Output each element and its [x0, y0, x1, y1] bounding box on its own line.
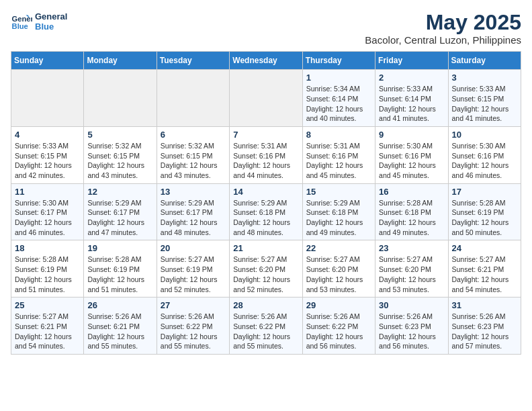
- calendar-cell: 24Sunrise: 5:27 AM Sunset: 6:21 PM Dayli…: [448, 240, 521, 298]
- day-number: 22: [306, 243, 371, 253]
- day-number: 15: [306, 187, 371, 197]
- calendar-cell: 12Sunrise: 5:29 AM Sunset: 6:17 PM Dayli…: [84, 183, 157, 240]
- calendar-cell: 21Sunrise: 5:27 AM Sunset: 6:20 PM Dayli…: [230, 240, 302, 298]
- day-number: 20: [161, 243, 226, 253]
- day-info: Sunrise: 5:31 AM Sunset: 6:16 PM Dayligh…: [306, 141, 371, 181]
- day-info: Sunrise: 5:29 AM Sunset: 6:18 PM Dayligh…: [233, 198, 298, 238]
- calendar-week-row: 11Sunrise: 5:30 AM Sunset: 6:17 PM Dayli…: [11, 183, 521, 240]
- day-number: 8: [306, 130, 371, 140]
- day-number: 14: [233, 187, 298, 197]
- day-info: Sunrise: 5:28 AM Sunset: 6:19 PM Dayligh…: [87, 255, 152, 294]
- day-info: Sunrise: 5:28 AM Sunset: 6:18 PM Dayligh…: [379, 198, 444, 238]
- header-sunday: Sunday: [11, 52, 84, 70]
- calendar-header-row: SundayMondayTuesdayWednesdayThursdayFrid…: [11, 52, 521, 70]
- day-info: Sunrise: 5:29 AM Sunset: 6:17 PM Dayligh…: [87, 198, 152, 238]
- calendar-cell: [11, 70, 84, 127]
- day-number: 19: [87, 243, 152, 253]
- calendar-cell: 26Sunrise: 5:26 AM Sunset: 6:21 PM Dayli…: [84, 298, 157, 355]
- day-number: 18: [15, 243, 80, 253]
- day-info: Sunrise: 5:27 AM Sunset: 6:19 PM Dayligh…: [161, 255, 226, 294]
- day-info: Sunrise: 5:29 AM Sunset: 6:18 PM Dayligh…: [306, 198, 371, 238]
- calendar-cell: 11Sunrise: 5:30 AM Sunset: 6:17 PM Dayli…: [11, 183, 84, 240]
- calendar-cell: 10Sunrise: 5:30 AM Sunset: 6:16 PM Dayli…: [448, 126, 521, 183]
- day-info: Sunrise: 5:27 AM Sunset: 6:20 PM Dayligh…: [306, 255, 371, 294]
- calendar-cell: 31Sunrise: 5:26 AM Sunset: 6:23 PM Dayli…: [448, 298, 521, 355]
- calendar-cell: 6Sunrise: 5:32 AM Sunset: 6:15 PM Daylig…: [157, 126, 229, 183]
- page-header: General Blue General Blue May 2025 Bacol…: [11, 11, 521, 46]
- day-number: 21: [233, 243, 298, 253]
- day-info: Sunrise: 5:34 AM Sunset: 6:14 PM Dayligh…: [306, 84, 371, 124]
- calendar-cell: 27Sunrise: 5:26 AM Sunset: 6:22 PM Dayli…: [157, 298, 229, 355]
- calendar-cell: 23Sunrise: 5:27 AM Sunset: 6:20 PM Dayli…: [375, 240, 448, 298]
- calendar-week-row: 25Sunrise: 5:27 AM Sunset: 6:21 PM Dayli…: [11, 298, 521, 355]
- calendar-cell: 20Sunrise: 5:27 AM Sunset: 6:19 PM Dayli…: [157, 240, 229, 298]
- day-info: Sunrise: 5:27 AM Sunset: 6:20 PM Dayligh…: [233, 255, 298, 294]
- calendar-cell: 18Sunrise: 5:28 AM Sunset: 6:19 PM Dayli…: [11, 240, 84, 298]
- day-info: Sunrise: 5:26 AM Sunset: 6:22 PM Dayligh…: [233, 312, 298, 351]
- calendar-cell: 5Sunrise: 5:32 AM Sunset: 6:15 PM Daylig…: [84, 126, 157, 183]
- day-number: 11: [15, 187, 80, 197]
- calendar-cell: 7Sunrise: 5:31 AM Sunset: 6:16 PM Daylig…: [230, 126, 302, 183]
- day-number: 4: [15, 130, 80, 140]
- header-friday: Friday: [375, 52, 448, 70]
- logo: General Blue General Blue: [11, 11, 67, 32]
- calendar-cell: 3Sunrise: 5:33 AM Sunset: 6:15 PM Daylig…: [448, 70, 521, 127]
- day-number: 6: [161, 130, 226, 140]
- header-thursday: Thursday: [302, 52, 375, 70]
- day-info: Sunrise: 5:28 AM Sunset: 6:19 PM Dayligh…: [15, 255, 80, 294]
- day-number: 9: [379, 130, 444, 140]
- day-info: Sunrise: 5:33 AM Sunset: 6:14 PM Dayligh…: [379, 84, 444, 124]
- calendar-week-row: 1Sunrise: 5:34 AM Sunset: 6:14 PM Daylig…: [11, 70, 521, 127]
- main-title: May 2025: [365, 11, 521, 34]
- day-info: Sunrise: 5:26 AM Sunset: 6:23 PM Dayligh…: [452, 312, 517, 351]
- day-number: 13: [161, 187, 226, 197]
- calendar-cell: 19Sunrise: 5:28 AM Sunset: 6:19 PM Dayli…: [84, 240, 157, 298]
- day-info: Sunrise: 5:27 AM Sunset: 6:21 PM Dayligh…: [15, 312, 80, 351]
- day-info: Sunrise: 5:29 AM Sunset: 6:17 PM Dayligh…: [161, 198, 226, 238]
- calendar-cell: [157, 70, 229, 127]
- calendar-cell: 25Sunrise: 5:27 AM Sunset: 6:21 PM Dayli…: [11, 298, 84, 355]
- calendar-cell: 1Sunrise: 5:34 AM Sunset: 6:14 PM Daylig…: [302, 70, 375, 127]
- day-number: 28: [233, 300, 298, 310]
- day-number: 2: [379, 73, 444, 83]
- calendar-cell: 15Sunrise: 5:29 AM Sunset: 6:18 PM Dayli…: [302, 183, 375, 240]
- day-number: 1: [306, 73, 371, 83]
- day-number: 30: [379, 300, 444, 310]
- day-number: 16: [379, 187, 444, 197]
- calendar-cell: 22Sunrise: 5:27 AM Sunset: 6:20 PM Dayli…: [302, 240, 375, 298]
- day-info: Sunrise: 5:33 AM Sunset: 6:15 PM Dayligh…: [452, 84, 517, 124]
- day-number: 5: [87, 130, 152, 140]
- day-info: Sunrise: 5:26 AM Sunset: 6:21 PM Dayligh…: [87, 312, 152, 351]
- svg-text:General: General: [12, 15, 32, 23]
- day-number: 24: [452, 243, 517, 253]
- day-info: Sunrise: 5:33 AM Sunset: 6:15 PM Dayligh…: [15, 141, 80, 181]
- day-number: 10: [452, 130, 517, 140]
- logo-line2: Blue: [35, 21, 67, 32]
- day-info: Sunrise: 5:28 AM Sunset: 6:19 PM Dayligh…: [452, 198, 517, 238]
- day-info: Sunrise: 5:30 AM Sunset: 6:17 PM Dayligh…: [15, 198, 80, 238]
- calendar-cell: 4Sunrise: 5:33 AM Sunset: 6:15 PM Daylig…: [11, 126, 84, 183]
- subtitle: Bacolor, Central Luzon, Philippines: [365, 34, 521, 46]
- header-monday: Monday: [84, 52, 157, 70]
- calendar-cell: 2Sunrise: 5:33 AM Sunset: 6:14 PM Daylig…: [375, 70, 448, 127]
- day-info: Sunrise: 5:26 AM Sunset: 6:23 PM Dayligh…: [379, 312, 444, 351]
- day-info: Sunrise: 5:32 AM Sunset: 6:15 PM Dayligh…: [87, 141, 152, 181]
- svg-text:Blue: Blue: [12, 22, 28, 30]
- calendar-cell: 8Sunrise: 5:31 AM Sunset: 6:16 PM Daylig…: [302, 126, 375, 183]
- day-number: 27: [161, 300, 226, 310]
- day-info: Sunrise: 5:32 AM Sunset: 6:15 PM Dayligh…: [161, 141, 226, 181]
- calendar-cell: 14Sunrise: 5:29 AM Sunset: 6:18 PM Dayli…: [230, 183, 302, 240]
- day-number: 25: [15, 300, 80, 310]
- day-info: Sunrise: 5:27 AM Sunset: 6:21 PM Dayligh…: [452, 255, 517, 294]
- calendar-cell: 16Sunrise: 5:28 AM Sunset: 6:18 PM Dayli…: [375, 183, 448, 240]
- logo-icon: General Blue: [11, 11, 32, 32]
- header-wednesday: Wednesday: [230, 52, 302, 70]
- day-number: 23: [379, 243, 444, 253]
- header-saturday: Saturday: [448, 52, 521, 70]
- day-info: Sunrise: 5:27 AM Sunset: 6:20 PM Dayligh…: [379, 255, 444, 294]
- calendar-cell: 9Sunrise: 5:30 AM Sunset: 6:16 PM Daylig…: [375, 126, 448, 183]
- day-info: Sunrise: 5:31 AM Sunset: 6:16 PM Dayligh…: [233, 141, 298, 181]
- calendar-table: SundayMondayTuesdayWednesdayThursdayFrid…: [11, 51, 521, 355]
- title-block: May 2025 Bacolor, Central Luzon, Philipp…: [365, 11, 521, 46]
- calendar-cell: 29Sunrise: 5:26 AM Sunset: 6:22 PM Dayli…: [302, 298, 375, 355]
